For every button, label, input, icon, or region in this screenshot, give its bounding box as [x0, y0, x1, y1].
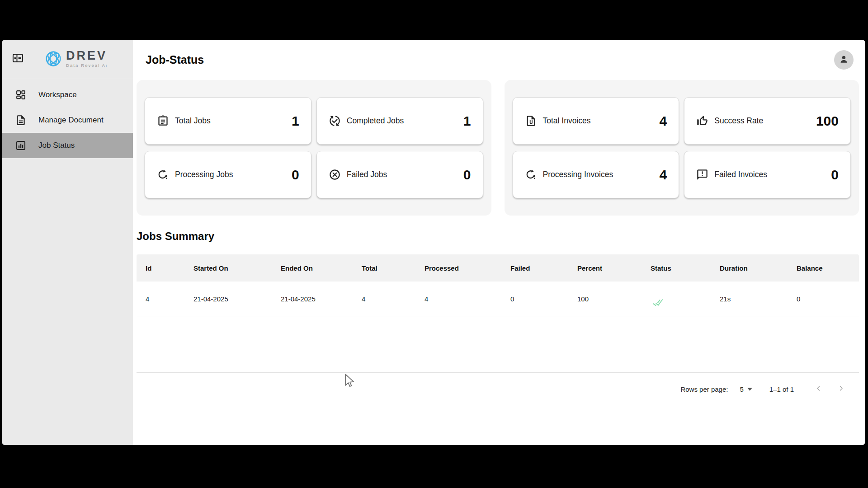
table-empty-area: [137, 316, 859, 372]
invoices-stats-group: Total Invoices 4 Success Rate 100 Proces…: [505, 80, 859, 216]
cell-total: 4: [362, 295, 425, 303]
invoice-file-icon: [525, 115, 537, 127]
column-header-total: Total: [362, 264, 425, 272]
stat-card-failed-invoices: Failed Invoices 0: [684, 151, 851, 198]
cell-processed: 4: [425, 295, 510, 303]
jobs-stats-group: Total Jobs 1 Completed Jobs 1 Processing…: [137, 80, 491, 216]
stats-section: Total Jobs 1 Completed Jobs 1 Processing…: [133, 80, 865, 216]
column-header-id: Id: [146, 264, 193, 272]
cell-balance: 0: [797, 295, 859, 303]
chevron-right-icon: [838, 385, 844, 393]
sidebar: DREV Data Reveal Ai Workspace Manage Doc…: [2, 40, 133, 445]
stat-value: 1: [463, 113, 471, 129]
stat-value: 0: [292, 167, 299, 183]
cell-percent: 100: [577, 295, 651, 303]
stat-label: Completed Jobs: [347, 116, 404, 126]
bar-chart-box-icon: [14, 140, 27, 152]
stat-value: 100: [816, 113, 839, 129]
logo-text: DREV Data Reveal Ai: [66, 50, 108, 68]
stat-card-failed-jobs: Failed Jobs 0: [316, 151, 483, 198]
pagination-range-label: 1–1 of 1: [769, 385, 794, 393]
column-header-failed: Failed: [510, 264, 577, 272]
stat-label: Total Jobs: [175, 116, 211, 126]
column-header-status: Status: [651, 264, 720, 272]
stat-label: Failed Invoices: [714, 170, 767, 179]
previous-page-button[interactable]: [812, 383, 825, 395]
sidebar-nav: Workspace Manage Document Job Status: [2, 78, 133, 158]
stat-card-processing-jobs: Processing Jobs 0: [145, 151, 311, 198]
brand-tagline: Data Reveal Ai: [66, 63, 108, 68]
cancel-circle-icon: [329, 169, 341, 181]
rows-per-page-label: Rows per page:: [680, 385, 728, 393]
rows-per-page-select[interactable]: 5: [740, 385, 752, 393]
success-double-check-icon: [652, 289, 720, 309]
next-page-button[interactable]: [835, 383, 847, 395]
table-row: 4 21-04-2025 21-04-2025 4 4 0 100 21s 0: [137, 282, 859, 316]
sidebar-toggle-button[interactable]: [10, 51, 25, 66]
user-avatar[interactable]: [834, 50, 854, 70]
column-header-started-on: Started On: [193, 264, 281, 272]
page-header: Job-Status: [133, 40, 865, 80]
table-header-row: Id Started On Ended On Total Processed F…: [137, 254, 859, 282]
clipboard-icon: [157, 115, 169, 127]
rows-per-page-value: 5: [740, 385, 743, 393]
chevron-left-icon: [815, 385, 822, 393]
stat-value: 0: [463, 167, 471, 183]
cell-ended-on: 21-04-2025: [281, 295, 362, 303]
drev-globe-icon: [44, 50, 62, 68]
sidebar-item-workspace[interactable]: Workspace: [2, 82, 133, 108]
jobs-summary-title: Jobs Summary: [137, 230, 865, 243]
column-header-duration: Duration: [720, 264, 797, 272]
stat-label: Success Rate: [714, 116, 763, 126]
app-root: { "sidebar": { "logo": { "brand": "DREV"…: [0, 0, 868, 488]
column-header-processed: Processed: [425, 264, 510, 272]
stat-card-total-invoices: Total Invoices 4: [513, 97, 679, 145]
person-icon: [838, 54, 849, 66]
dashboard-icon: [14, 89, 27, 101]
sidebar-item-label: Job Status: [38, 141, 75, 150]
dropdown-caret-icon: [744, 385, 752, 393]
stat-label: Total Invoices: [543, 116, 591, 126]
column-header-balance: Balance: [797, 264, 859, 272]
sidebar-item-job-status[interactable]: Job Status: [2, 133, 133, 158]
sidebar-item-manage-document[interactable]: Manage Document: [2, 108, 133, 133]
stat-label: Failed Jobs: [347, 170, 387, 179]
page-title: Job-Status: [146, 53, 204, 66]
pagination-bar: Rows per page: 5 1–1 of 1: [133, 373, 865, 395]
panel-toggle-icon: [12, 52, 24, 66]
stat-value: 1: [292, 113, 299, 129]
stat-value: 0: [831, 167, 839, 183]
cell-id: 4: [146, 295, 193, 303]
brand-name: DREV: [66, 50, 108, 62]
stat-card-completed-jobs: Completed Jobs 1: [316, 97, 483, 145]
processing-alert-icon: [525, 169, 537, 181]
feedback-alert-icon: [696, 169, 708, 181]
cell-duration: 21s: [720, 295, 797, 303]
sidebar-item-label: Workspace: [38, 90, 77, 99]
column-header-percent: Percent: [577, 264, 651, 272]
thumbs-up-icon: [696, 115, 708, 127]
main-content: Job-Status Total Jobs 1: [133, 40, 865, 445]
stat-card-total-jobs: Total Jobs 1: [145, 97, 311, 145]
column-header-ended-on: Ended On: [281, 264, 362, 272]
app-window: DREV Data Reveal Ai Workspace Manage Doc…: [2, 40, 865, 445]
stat-card-processing-invoices: Processing Invoices 4: [513, 151, 679, 198]
stat-label: Processing Invoices: [543, 170, 613, 179]
brand-logo: DREV Data Reveal Ai: [44, 50, 108, 68]
sidebar-item-label: Manage Document: [38, 116, 104, 125]
stat-value: 4: [660, 113, 667, 129]
cell-failed: 0: [510, 295, 577, 303]
stat-value: 4: [660, 167, 667, 183]
sync-check-icon: [329, 115, 341, 127]
sidebar-header: DREV Data Reveal Ai: [2, 40, 133, 78]
cell-started-on: 21-04-2025: [193, 295, 281, 303]
stat-label: Processing Jobs: [175, 170, 233, 179]
document-icon: [14, 114, 27, 127]
processing-alert-icon: [157, 169, 169, 181]
jobs-table: Id Started On Ended On Total Processed F…: [137, 254, 859, 372]
stat-card-success-rate: Success Rate 100: [684, 97, 851, 145]
